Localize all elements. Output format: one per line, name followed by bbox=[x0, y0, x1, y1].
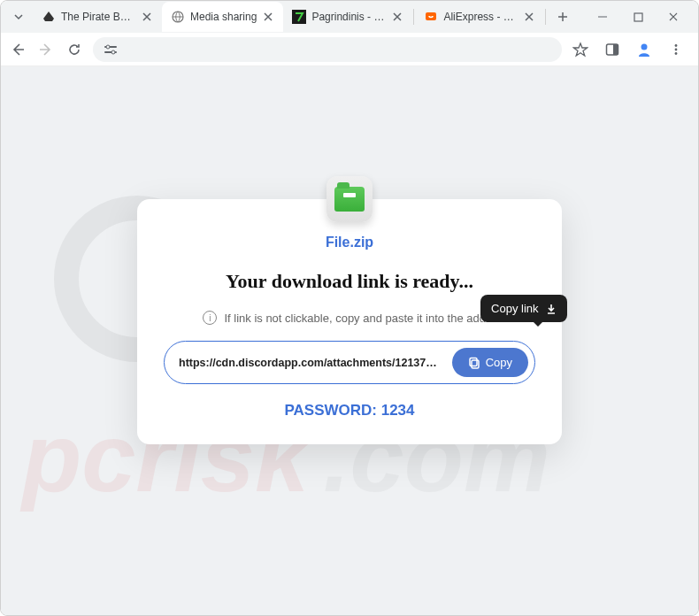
svg-rect-3 bbox=[634, 13, 642, 21]
svg-point-13 bbox=[675, 52, 678, 55]
copy-button[interactable]: Copy bbox=[452, 348, 528, 377]
arrow-right-icon bbox=[39, 42, 53, 57]
toolbar bbox=[1, 33, 698, 66]
close-icon[interactable] bbox=[523, 11, 535, 23]
tab-separator bbox=[545, 9, 546, 25]
chevron-down-icon bbox=[13, 12, 24, 22]
hint-row: i If link is not clickable, copy and pas… bbox=[203, 311, 495, 325]
minimize-icon bbox=[597, 12, 608, 22]
svg-point-7 bbox=[111, 50, 115, 54]
tab-title: AliExpress - Online Shoppi bbox=[443, 11, 518, 23]
tab-aliexpress[interactable]: AliExpress - Online Shoppi bbox=[415, 2, 544, 32]
ship-icon bbox=[42, 10, 56, 24]
tab-title: Media sharing bbox=[190, 11, 257, 23]
filename: File.zip bbox=[326, 235, 373, 250]
info-icon: i bbox=[203, 311, 217, 325]
sidepanel-button[interactable] bbox=[603, 40, 622, 59]
seven-icon bbox=[292, 10, 306, 24]
star-icon bbox=[572, 42, 588, 58]
hint-text: If link is not clickable, copy and paste… bbox=[224, 312, 495, 325]
close-icon bbox=[668, 12, 679, 22]
tooltip-text: Copy link bbox=[491, 302, 538, 315]
browser-window: The Pirate Bay - The galaxy Media sharin… bbox=[0, 0, 699, 616]
svg-point-12 bbox=[675, 48, 678, 50]
minimize-button[interactable] bbox=[592, 6, 613, 27]
close-window-button[interactable] bbox=[663, 6, 684, 27]
tab-separator bbox=[413, 9, 414, 25]
maximize-button[interactable] bbox=[627, 6, 649, 27]
address-bar[interactable] bbox=[93, 37, 562, 62]
forward-button[interactable] bbox=[36, 40, 56, 59]
file-icon bbox=[326, 176, 373, 222]
reload-button[interactable] bbox=[65, 40, 84, 59]
svg-point-6 bbox=[106, 45, 110, 49]
tab-pirate-bay[interactable]: The Pirate Bay - The galaxy bbox=[33, 2, 162, 32]
cart-icon bbox=[424, 10, 438, 24]
avatar-icon bbox=[636, 42, 652, 58]
page-content: pcrisk .com File.zip Your download link … bbox=[1, 66, 698, 615]
copy-tooltip: Copy link bbox=[480, 295, 566, 322]
svg-rect-18 bbox=[472, 360, 479, 368]
svg-rect-1 bbox=[292, 10, 306, 24]
arrow-left-icon bbox=[11, 42, 25, 57]
svg-point-10 bbox=[641, 43, 648, 50]
password-text: PASSWORD: 1234 bbox=[284, 402, 414, 420]
profile-button[interactable] bbox=[634, 40, 654, 59]
plus-icon bbox=[557, 12, 568, 22]
tab-media-sharing[interactable]: Media sharing bbox=[162, 2, 283, 32]
tab-title: Pagrindinis - Kazino, lažybo bbox=[311, 11, 386, 23]
menu-button[interactable] bbox=[666, 40, 686, 59]
folder-icon bbox=[334, 187, 365, 212]
tabstrip: The Pirate Bay - The galaxy Media sharin… bbox=[4, 2, 581, 32]
close-icon[interactable] bbox=[141, 11, 153, 23]
copy-row: https://cdn.discordapp.com/attachments/1… bbox=[164, 341, 535, 384]
copy-button-label: Copy bbox=[486, 356, 512, 369]
reload-icon bbox=[67, 42, 81, 57]
svg-point-11 bbox=[675, 44, 678, 47]
globe-icon bbox=[171, 10, 185, 24]
bookmark-button[interactable] bbox=[571, 40, 590, 59]
close-icon[interactable] bbox=[391, 11, 403, 23]
window-controls bbox=[581, 6, 695, 27]
sidepanel-icon bbox=[605, 42, 619, 57]
download-card: File.zip Your download link is ready... … bbox=[137, 199, 562, 444]
download-url[interactable]: https://cdn.discordapp.com/attachments/1… bbox=[179, 357, 442, 369]
site-settings-icon[interactable] bbox=[104, 42, 118, 57]
tab-kazino[interactable]: Pagrindinis - Kazino, lažybo bbox=[283, 2, 412, 32]
tab-search-button[interactable] bbox=[8, 6, 29, 27]
toolbar-actions bbox=[571, 40, 691, 59]
copy-icon bbox=[468, 357, 480, 369]
kebab-icon bbox=[670, 43, 682, 56]
svg-rect-19 bbox=[470, 358, 477, 366]
close-icon[interactable] bbox=[262, 11, 274, 23]
new-tab-button[interactable] bbox=[550, 4, 575, 29]
svg-rect-9 bbox=[613, 44, 618, 55]
back-button[interactable] bbox=[8, 40, 27, 59]
maximize-icon bbox=[634, 12, 643, 22]
headline: Your download link is ready... bbox=[226, 270, 473, 293]
tab-title: The Pirate Bay - The galaxy bbox=[61, 11, 135, 23]
download-icon bbox=[546, 304, 557, 314]
titlebar: The Pirate Bay - The galaxy Media sharin… bbox=[1, 1, 698, 33]
svg-rect-2 bbox=[426, 12, 436, 20]
